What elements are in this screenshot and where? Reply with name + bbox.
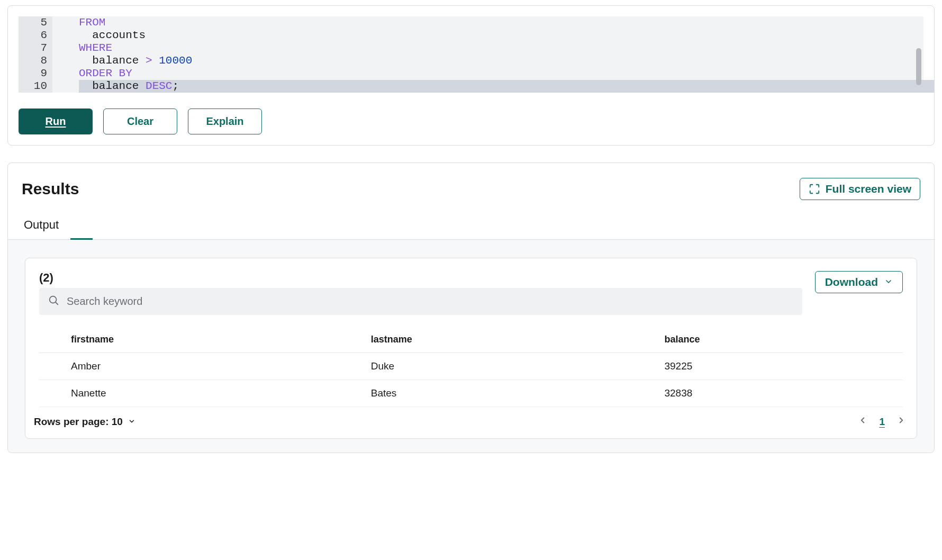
table-cell: Nanette: [39, 380, 339, 407]
result-top-row: (2) Download: [39, 271, 903, 315]
line-number: 5: [19, 16, 47, 29]
rows-per-page-selector[interactable]: Rows per page: 10: [34, 416, 135, 428]
search-box: [39, 288, 802, 315]
column-header[interactable]: lastname: [339, 327, 633, 353]
line-number-gutter: 5678910: [19, 16, 52, 93]
download-label: Download: [825, 276, 878, 288]
code-line: balance > 10000: [79, 55, 923, 67]
line-number: 6: [19, 29, 47, 42]
clear-button[interactable]: Clear: [103, 109, 177, 134]
query-editor-panel: 5678910 FROM accountsWHERE balance > 100…: [7, 5, 935, 146]
line-number: 9: [19, 67, 47, 80]
code-line: WHERE: [79, 42, 923, 55]
results-title: Results: [22, 180, 79, 198]
column-header[interactable]: firstname: [39, 327, 339, 353]
code-line: accounts: [79, 29, 923, 42]
results-panel: Results Full screen view Output (2): [7, 162, 935, 453]
chevron-left-icon: [858, 416, 867, 428]
table-cell: Bates: [339, 380, 633, 407]
code-line: balance DESC;: [79, 80, 935, 93]
line-number: 8: [19, 55, 47, 67]
results-header: Results Full screen view: [8, 163, 934, 200]
code-lines: FROM accountsWHERE balance > 10000ORDER …: [52, 16, 923, 93]
results-table: firstnamelastnamebalance AmberDuke39225N…: [39, 327, 903, 407]
explain-button[interactable]: Explain: [188, 109, 262, 134]
prev-page-button[interactable]: [856, 414, 869, 429]
svg-line-1: [56, 302, 58, 304]
fullscreen-label: Full screen view: [826, 183, 911, 195]
table-body: AmberDuke39225NanetteBates32838: [39, 353, 903, 407]
next-page-button[interactable]: [894, 414, 908, 429]
search-icon: [48, 294, 59, 309]
chevron-right-icon: [896, 416, 906, 428]
results-tabs: Output: [8, 212, 934, 240]
table-cell: Duke: [339, 353, 633, 380]
result-count: (2): [39, 271, 802, 285]
code-line: ORDER BY: [79, 67, 923, 80]
table-row[interactable]: NanetteBates32838: [39, 380, 903, 407]
tab-output[interactable]: Output: [22, 212, 61, 239]
table-cell: 39225: [632, 353, 903, 380]
code-editor[interactable]: 5678910 FROM accountsWHERE balance > 100…: [19, 16, 923, 93]
fullscreen-icon: [809, 183, 820, 195]
line-number: 10: [19, 80, 47, 93]
table-cell: Amber: [39, 353, 339, 380]
table-footer: Rows per page: 10: [31, 407, 911, 438]
chevron-down-icon: [128, 416, 135, 428]
rows-per-page-label: Rows per page: 10: [34, 416, 123, 428]
fullscreen-button[interactable]: Full screen view: [800, 178, 920, 200]
code-line: FROM: [79, 16, 923, 29]
table-row[interactable]: AmberDuke39225: [39, 353, 903, 380]
editor-scrollbar-thumb[interactable]: [916, 48, 921, 85]
column-header[interactable]: balance: [632, 327, 903, 353]
run-button[interactable]: Run: [19, 109, 93, 134]
table-header-row: firstnamelastnamebalance: [39, 327, 903, 353]
search-input[interactable]: [67, 295, 794, 308]
pagination: 1: [856, 414, 908, 429]
chevron-down-icon: [884, 276, 893, 288]
table-cell: 32838: [632, 380, 903, 407]
download-button[interactable]: Download: [815, 271, 903, 293]
editor-button-row: Run Clear Explain: [8, 93, 934, 134]
output-body: (2) Download: [8, 240, 934, 453]
line-number: 7: [19, 42, 47, 55]
result-card: (2) Download: [25, 258, 917, 439]
current-page[interactable]: 1: [879, 416, 885, 428]
